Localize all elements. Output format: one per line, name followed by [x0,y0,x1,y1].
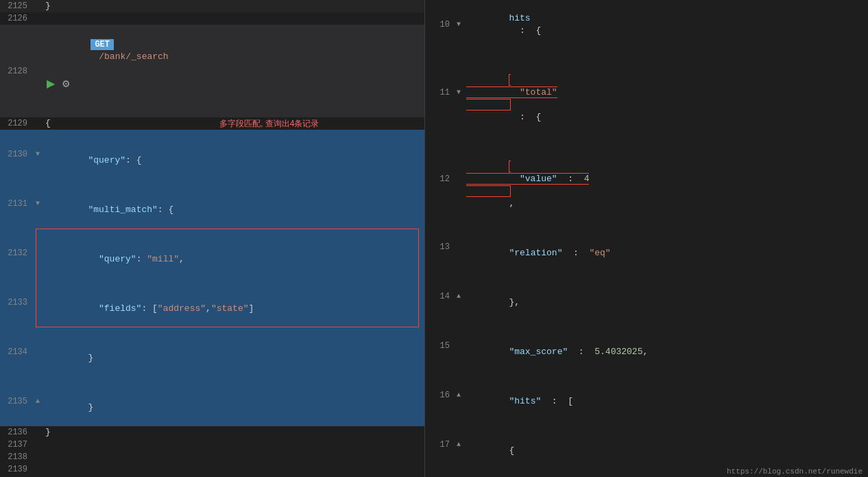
fold-icon[interactable]: ▼ [454,86,463,99]
table-row: 2138 [0,451,424,463]
table-row: 2136 } [0,426,424,439]
table-row: 17 ▲ { [425,420,868,469]
run-button[interactable]: ▶ [45,75,56,91]
table-row: 13 "relation" : "eq" [425,222,868,272]
line-number: 2134 [0,346,33,358]
line-number: 2130 [0,148,33,161]
toolbar-icons: ▶ ⚙ [45,75,419,91]
highlighted-block: 2132 "query": "mill", 2133 "fields": ["a… [0,229,424,327]
table-row: 2134 } [0,327,424,377]
table-row: 16 ▲ "hits" : [ [425,371,868,420]
table-row: 2125 } [0,0,424,12]
request-url: /bank/_search [93,51,168,62]
line-number: 2132 [0,247,33,259]
line-number: 2126 [0,12,33,25]
right-editor-panel: 10 ▼ hits : { 11 ▼ "total" : { 12 [425,0,868,477]
line-number: 15 [425,340,454,352]
table-row: 12 "value" : 4 , [425,136,868,222]
line-number: 2129 [0,117,33,130]
line-number: 14 [425,290,454,303]
fold-icon[interactable]: ▼ [33,148,43,161]
line-number: 13 [425,241,454,253]
status-url: https://blog.csdn.net/runewdie [721,466,868,477]
line-number: 12 [425,173,454,185]
table-row: 2135 ▲ } [0,377,424,426]
line-number: 17 [425,439,454,451]
table-row: 15 "max_score" : 5.4032025, [425,321,868,371]
line-number: 10 [425,19,454,31]
get-request-line: 2128 GET /bank/_search ▶ ⚙ [0,25,424,117]
table-row: 2129 { 多字段匹配, 查询出4条记录 [0,117,424,130]
panel-resize-handle[interactable]: ⋮ [417,233,424,245]
left-code-area[interactable]: 2125 } 2126 2128 GET /bank/_search ▶ ⚙ [0,0,424,477]
fold-icon[interactable]: ▲ [33,395,43,408]
line-number: 2128 [0,65,33,78]
table-row: 2137 [0,439,424,451]
table-row: 2130 ▼ "query": { [0,130,424,179]
table-row: 2126 [0,12,424,25]
line-number: 2135 [0,395,33,408]
table-row: 2131 ▼ "multi_match": { [0,179,424,229]
line-number: 2136 [0,426,33,439]
fold-icon[interactable]: ▲ [454,290,463,303]
line-number: 2137 [0,439,33,451]
fold-icon[interactable]: ▲ [454,439,463,451]
line-number: 16 [425,389,454,402]
table-row: 10 ▼ hits : { [425,0,868,49]
fold-icon[interactable]: ▼ [33,198,43,210]
line-number: 2131 [0,198,33,210]
table-row: 2132 "query": "mill", [0,229,424,278]
right-code-area[interactable]: 10 ▼ hits : { 11 ▼ "total" : { 12 [425,0,868,477]
table-row: 11 ▼ "total" : { [425,49,868,136]
fold-icon[interactable]: ▲ [454,389,463,402]
table-row: 14 ▲ }, [425,272,868,321]
annotation-container: 2129 { 多字段匹配, 查询出4条记录 [0,117,424,130]
http-method-badge: GET [91,39,114,50]
fold-icon[interactable]: ▼ [454,19,463,31]
table-row: 2139 [0,463,424,476]
line-number: 11 [425,86,454,99]
line-number: 2125 [0,0,33,12]
left-editor-panel: 2125 } 2126 2128 GET /bank/_search ▶ ⚙ [0,0,425,477]
settings-button[interactable]: ⚙ [60,77,72,91]
line-number: 2133 [0,296,33,309]
table-row: 2133 "fields": ["address","state"] [0,278,424,327]
